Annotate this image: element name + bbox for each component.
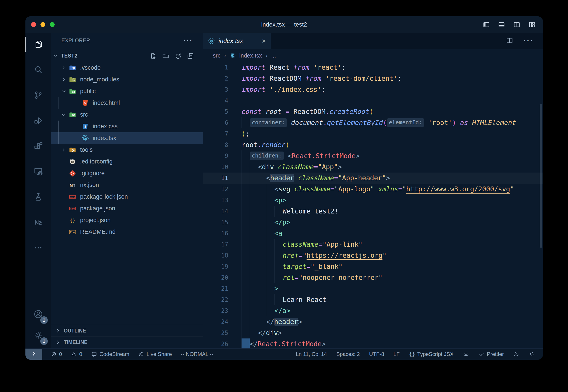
code-line-3[interactable]: 3import './index.css'; [203,84,543,95]
workspace-name: TEST2 [61,53,77,59]
tree-item-index-tsx[interactable]: index.tsx [51,132,203,144]
explorer-more-actions-button[interactable]: ··· [183,36,193,44]
code-line-26[interactable]: 26</React.StrictMode> [203,338,543,349]
code-line-15[interactable]: 15</p> [203,217,543,228]
code-line-16[interactable]: 16<a [203,228,543,239]
collapse-all-icon[interactable] [187,52,194,60]
code-line-11[interactable]: 11<header className="App-header"> [203,173,543,184]
code-line-21[interactable]: 21> [203,283,543,294]
status-language-mode[interactable]: {}TypeScript JSX [409,351,454,357]
code-line-10[interactable]: 10<div className="App"> [203,161,543,173]
breadcrumb-item[interactable]: src [213,52,221,59]
code-line-12[interactable]: 12<svg className="App-logo" xmlns="http:… [203,184,543,195]
activity-account-icon[interactable]: 1 [26,303,51,325]
status-notifications[interactable] [529,351,535,357]
chevron-down-icon[interactable] [59,88,69,95]
code-line-6[interactable]: 6container: document.getElementById(elem… [203,117,543,128]
status-codestream[interactable]: CodeStream [91,351,129,357]
code-line-19[interactable]: 19target="_blank" [203,261,543,272]
editor-more-actions-icon[interactable]: ··· [524,36,533,46]
code-line-23[interactable]: 23</a> [203,305,543,316]
tree-item--vscode[interactable]: .vscode [51,62,203,74]
activity-source-control-icon[interactable] [26,84,51,106]
status-errors[interactable]: 0 [51,351,62,357]
status-encoding[interactable]: UTF-8 [369,351,384,357]
code-line-20[interactable]: 20rel="noopener noreferrer" [203,272,543,283]
code-line-25[interactable]: 25</div> [203,327,543,338]
code-line-24[interactable]: 24</header> [203,316,543,327]
chevron-right-icon[interactable] [59,77,69,83]
status-copilot[interactable] [463,351,469,357]
activity-remote-explorer-icon[interactable] [26,160,51,182]
tree-item-node-modules[interactable]: node_modules [51,74,203,85]
status-cursor-position[interactable]: Ln 11, Col 14 [296,351,327,357]
tree-item--editorconfig[interactable]: .editorconfig [51,156,203,168]
tab-close-icon[interactable]: × [262,37,266,44]
code-line-17[interactable]: 17className="App-link" [203,239,543,250]
new-folder-icon[interactable] [162,52,169,60]
customize-layout-icon[interactable] [528,21,536,28]
code-line-22[interactable]: 22Learn React [203,294,543,305]
chevron-right-icon[interactable] [59,147,69,153]
refresh-icon[interactable] [174,52,182,60]
editor-scrollbar[interactable] [540,104,542,248]
tree-item-package-json[interactable]: npmpackage.json [51,203,203,214]
status-eol[interactable]: LF [393,351,400,357]
chevron-right-icon[interactable] [59,65,69,71]
remote-indicator[interactable] [26,349,42,360]
activity-run-debug-icon[interactable] [26,110,51,132]
code-line-1[interactable]: 1import React from 'react'; [203,62,543,73]
tree-item-readme-md[interactable]: README.md [51,226,203,238]
tree-item-public[interactable]: public [51,85,203,97]
status-indentation[interactable]: Spaces: 2 [336,351,360,357]
status-feedback[interactable] [513,351,519,357]
activity-settings-icon[interactable]: 1 [26,324,51,346]
code-line-9[interactable]: 9children: <React.StrictMode> [203,150,543,161]
panel-timeline[interactable]: TIMELINE [51,336,203,348]
code-editor[interactable]: 1import React from 'react';2import React… [203,62,543,349]
toggle-secondary-sidebar-icon[interactable] [513,21,520,28]
code-line-18[interactable]: 18href="https://reactjs.org" [203,250,543,261]
split-editor-icon[interactable] [506,37,513,45]
activity-search-icon[interactable] [26,59,51,81]
workspace-section-header[interactable]: TEST2 [51,50,203,62]
breadcrumb-item[interactable]: index.tsx [239,52,262,59]
breadcrumb-item[interactable]: ... [271,52,276,59]
tree-item-project-json[interactable]: {}project.json [51,214,203,226]
tree-item-src[interactable]: src [51,109,203,121]
tab-index-tsx[interactable]: index.tsx × [203,33,271,49]
activity-test-beaker-icon[interactable] [26,186,51,208]
panel-label: OUTLINE [64,328,86,334]
code-text: <svg className="App-logo" xmlns="http://… [242,184,514,195]
activity-extensions-icon[interactable] [26,135,51,157]
activity-nx-console-icon[interactable] [26,211,51,233]
code-line-7[interactable]: 7); [203,128,543,139]
status-prettier[interactable]: Prettier [478,351,504,357]
code-line-4[interactable]: 4 [203,95,543,106]
code-line-5[interactable]: 5const root = ReactDOM.createRoot( [203,106,543,117]
code-text: </p> [242,217,291,228]
new-file-icon[interactable] [150,52,157,60]
tree-item-index-html[interactable]: 5index.html [51,97,203,109]
status-live-share[interactable]: Live Share [138,351,172,357]
toggle-panel-icon[interactable] [498,21,505,28]
chevron-down-icon[interactable] [59,112,69,118]
status-warnings[interactable]: 0 [71,351,82,357]
toggle-primary-sidebar-icon[interactable] [483,21,490,28]
activity-files-icon[interactable] [26,33,51,55]
code-line-14[interactable]: 14Welcome test2! [203,206,543,217]
tree-item--gitignore[interactable]: .gitignore [51,168,203,179]
tree-item-label: public [80,88,96,95]
activity-more-icon[interactable] [26,237,51,259]
code-line-2[interactable]: 2import ReactDOM from 'react-dom/client'… [203,73,543,84]
code-line-13[interactable]: 13<p> [203,195,543,206]
tree-item-nx-json[interactable]: Nnx.json [51,179,203,191]
status-vim-mode[interactable]: -- NORMAL -- [181,351,213,357]
panel-outline[interactable]: OUTLINE [51,325,203,336]
tree-item-package-lock-json[interactable]: npmpackage-lock.json [51,191,203,203]
chevron-down-icon [52,52,61,60]
code-line-8[interactable]: 8root.render( [203,139,543,150]
tree-item-index-css[interactable]: 3index.css [51,121,203,132]
tree-item-tools[interactable]: tools [51,144,203,156]
code-text: rel="noopener noreferrer" [242,272,382,283]
